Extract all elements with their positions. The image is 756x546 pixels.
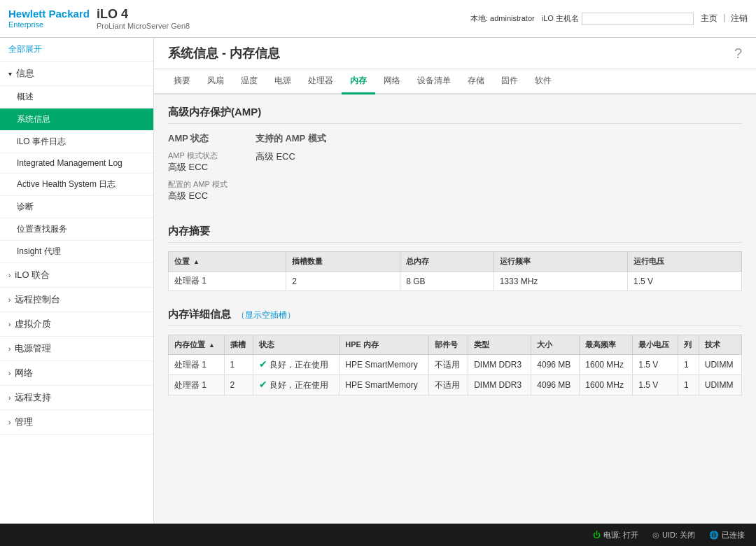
sidebar-item-diagnostics[interactable]: 诊断 bbox=[0, 196, 153, 218]
tab-device-list[interactable]: 设备清单 bbox=[409, 69, 459, 94]
network-icon: 🌐 bbox=[709, 531, 719, 540]
uid-icon: ◎ bbox=[652, 531, 659, 540]
sidebar-section-ilo-federation: › iLO 联合 bbox=[0, 263, 153, 288]
tab-fans[interactable]: 风扇 bbox=[199, 69, 232, 94]
tab-network[interactable]: 网络 bbox=[375, 69, 409, 94]
col-min-voltage[interactable]: 最小电压 bbox=[633, 335, 678, 355]
col-type[interactable]: 类型 bbox=[468, 335, 531, 355]
hp-logo: Hewlett Packard Enterprise bbox=[8, 8, 90, 29]
sidebar-section-label-remote-console: 远程控制台 bbox=[15, 293, 60, 306]
chevron-down-icon: ▾ bbox=[8, 70, 12, 78]
col-tech[interactable]: 技术 bbox=[699, 335, 741, 355]
show-empty-slots[interactable]: （显示空插槽） bbox=[237, 310, 295, 320]
table-row: 处理器 1 1 ✔ 良好，正在使用 HPE SmartMemory 不适用 DI… bbox=[169, 355, 742, 375]
tab-memory[interactable]: 内存 bbox=[342, 69, 375, 94]
cell-location-0: 处理器 1 bbox=[169, 355, 225, 375]
sidebar: 全部展开 ▾ 信息 概述 系统信息 iLO 事件日志 Integrated Ma… bbox=[0, 38, 154, 524]
page-title: 系统信息 - 内存信息 bbox=[168, 45, 280, 62]
tab-software[interactable]: 软件 bbox=[526, 69, 560, 94]
sidebar-section-remote-console: › 远程控制台 bbox=[0, 288, 153, 312]
tab-processor[interactable]: 处理器 bbox=[300, 69, 342, 94]
sidebar-section-virtual-media: › 虚拟介质 bbox=[0, 312, 153, 337]
amp-status-heading: AMP 状态 bbox=[168, 132, 227, 145]
sidebar-item-locator[interactable]: 位置查找服务 bbox=[0, 218, 153, 241]
content-body: 高级内存保护(AMP) AMP 状态 AMP 模式状态 高级 ECC 配置的 A… bbox=[154, 94, 756, 424]
memory-summary-title: 内存摘要 bbox=[168, 225, 742, 243]
sidebar-section-label-ilo-federation: iLO 联合 bbox=[15, 269, 50, 281]
col-voltage[interactable]: 运行电压 bbox=[628, 252, 742, 272]
col-status[interactable]: 状态 bbox=[253, 335, 339, 355]
sidebar-section-label-admin: 管理 bbox=[15, 416, 33, 428]
cell-location-1: 处理器 1 bbox=[169, 375, 225, 396]
nav-logout[interactable]: 注销 bbox=[731, 13, 748, 24]
status-ok2-icon: ✔ bbox=[259, 379, 267, 390]
tab-storage[interactable]: 存储 bbox=[459, 69, 493, 94]
cell-maxfreq-0: 1600 MHz bbox=[580, 355, 633, 375]
sidebar-section-header-ilo-federation[interactable]: › iLO 联合 bbox=[0, 263, 153, 288]
app-header: Hewlett Packard Enterprise iLO 4 ProLian… bbox=[0, 0, 756, 38]
logo-line2: Enterprise bbox=[8, 20, 90, 29]
tab-bar: 摘要 风扇 温度 电源 处理器 内存 网络 设备清单 存储 固件 软件 bbox=[154, 69, 756, 94]
col-part-no[interactable]: 部件号 bbox=[428, 335, 468, 355]
header-right: 本地: administrator iLO 主机名 主页 | 注销 bbox=[470, 13, 748, 25]
col-hpe-memory[interactable]: HPE 内存 bbox=[340, 335, 429, 355]
col-total[interactable]: 总内存 bbox=[400, 252, 494, 272]
sidebar-section-header-admin[interactable]: › 管理 bbox=[0, 410, 153, 435]
amp-grid: AMP 状态 AMP 模式状态 高级 ECC 配置的 AMP 模式 高级 ECC… bbox=[168, 132, 742, 208]
sidebar-section-info: ▾ 信息 概述 系统信息 iLO 事件日志 Integrated Managem… bbox=[0, 62, 153, 263]
footer-bar: ⏻ 电源: 打开 ◎ UID: 关闭 🌐 已连接 bbox=[0, 524, 756, 546]
expand-all[interactable]: 全部展开 bbox=[0, 38, 153, 62]
product-name: iLO 4 bbox=[97, 7, 190, 22]
sidebar-item-ilo-event-log[interactable]: iLO 事件日志 bbox=[0, 131, 153, 153]
memory-detail-title: 内存详细信息 （显示空插槽） bbox=[168, 308, 742, 326]
tab-temperature[interactable]: 温度 bbox=[232, 69, 266, 94]
col-mem-location[interactable]: 内存位置 ▲ bbox=[169, 335, 225, 355]
sidebar-section-header-remote-console[interactable]: › 远程控制台 bbox=[0, 288, 153, 312]
col-position[interactable]: 位置 ▲ bbox=[169, 252, 286, 272]
hostname-input[interactable] bbox=[582, 13, 694, 25]
chevron-right-icon7: › bbox=[8, 419, 10, 426]
user-label: 本地: administrator bbox=[470, 13, 535, 24]
sidebar-section-label-remote-support: 远程支持 bbox=[15, 391, 51, 404]
tab-summary[interactable]: 摘要 bbox=[165, 69, 199, 94]
sidebar-item-overview[interactable]: 概述 bbox=[0, 86, 153, 108]
memory-detail-table: 内存位置 ▲ 插槽 状态 HPE 内存 部件号 类型 大小 最高频率 最小电压 … bbox=[168, 335, 742, 396]
sidebar-item-integrated-mgmt-log[interactable]: Integrated Management Log bbox=[0, 153, 153, 174]
sidebar-item-system-info[interactable]: 系统信息 bbox=[0, 108, 153, 131]
sidebar-section-label-network: 网络 bbox=[15, 367, 33, 379]
header-nav: 主页 | 注销 bbox=[701, 13, 748, 24]
hostname-area: iLO 主机名 bbox=[542, 13, 694, 25]
cell-total: 8 GB bbox=[400, 272, 494, 291]
sidebar-section-label-power-mgmt: 电源管理 bbox=[15, 342, 51, 355]
help-icon[interactable]: ? bbox=[734, 46, 742, 62]
sidebar-section-header-info[interactable]: ▾ 信息 bbox=[0, 62, 153, 86]
memory-summary-table: 位置 ▲ 插槽数量 总内存 运行频率 运行电压 处理器 1 2 bbox=[168, 251, 742, 291]
col-rank[interactable]: 列 bbox=[678, 335, 699, 355]
sidebar-section-header-virtual-media[interactable]: › 虚拟介质 bbox=[0, 312, 153, 337]
sidebar-section-header-power-mgmt[interactable]: › 电源管理 bbox=[0, 337, 153, 361]
cell-maxfreq-1: 1600 MHz bbox=[580, 375, 633, 396]
network-label: 已连接 bbox=[722, 530, 745, 540]
power-icon: ⏻ bbox=[593, 531, 601, 539]
cell-hpe-0: HPE SmartMemory bbox=[340, 355, 429, 375]
col-freq[interactable]: 运行频率 bbox=[493, 252, 627, 272]
nav-home[interactable]: 主页 bbox=[701, 13, 718, 24]
sidebar-item-active-health[interactable]: Active Health System 日志 bbox=[0, 174, 153, 196]
sidebar-section-label-info: 信息 bbox=[16, 67, 34, 80]
col-max-freq[interactable]: 最高频率 bbox=[580, 335, 633, 355]
col-slots[interactable]: 插槽数量 bbox=[286, 252, 400, 272]
col-size[interactable]: 大小 bbox=[531, 335, 580, 355]
sidebar-item-insight-agent[interactable]: Insight 代理 bbox=[0, 241, 153, 263]
sidebar-section-header-remote-support[interactable]: › 远程支持 bbox=[0, 386, 153, 410]
footer-uid: ◎ UID: 关闭 bbox=[652, 530, 695, 540]
cell-tech-0: UDIMM bbox=[699, 355, 741, 375]
col-slot[interactable]: 插槽 bbox=[224, 335, 253, 355]
tab-firmware[interactable]: 固件 bbox=[493, 69, 526, 94]
cell-rank-1: 1 bbox=[678, 375, 699, 396]
cell-slots: 2 bbox=[286, 272, 400, 291]
cell-hpe-1: HPE SmartMemory bbox=[340, 375, 429, 396]
tab-power[interactable]: 电源 bbox=[266, 69, 300, 94]
amp-right-col: 支持的 AMP 模式 高级 ECC bbox=[255, 132, 326, 208]
sidebar-section-label-virtual-media: 虚拟介质 bbox=[15, 318, 51, 330]
sidebar-section-header-network[interactable]: › 网络 bbox=[0, 361, 153, 386]
